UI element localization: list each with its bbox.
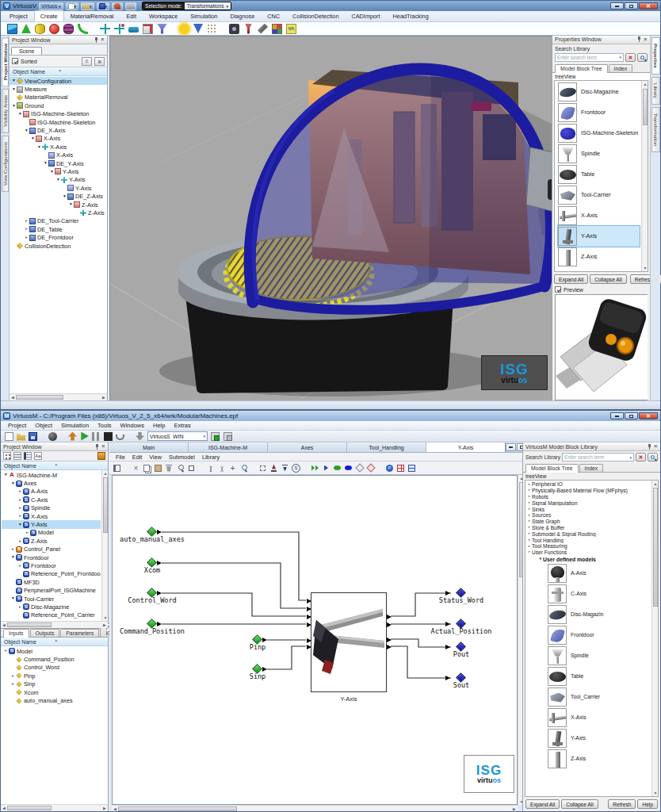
menu-item[interactable]: Tools [94,422,116,429]
expander-icon[interactable] [24,227,29,232]
expander-icon[interactable] [17,539,23,544]
expander-icon[interactable] [17,564,23,569]
tree-row[interactable]: Y-Axis [2,520,101,528]
view-list-icon[interactable] [13,452,21,460]
document-tab[interactable]: Main [109,442,189,452]
viewport-3d[interactable]: ISG virtuos [109,36,553,400]
library-tab[interactable]: Index [579,464,604,472]
library-model-item[interactable]: A-Axis [527,563,651,584]
tree-row[interactable]: ViewConfiguration [10,77,107,85]
ribbon-icon[interactable] [63,24,74,34]
toolbar-icon[interactable] [136,432,144,441]
vertical-scrollbar[interactable]: ▲ ▼ [651,481,658,796]
expander-icon[interactable] [17,514,23,519]
pin-icon[interactable] [94,444,100,450]
tree-row[interactable]: ISG-Machine-Skeleton [10,110,107,118]
expander-icon[interactable] [17,605,23,610]
side-tab[interactable]: Transformation [651,107,660,152]
expander-icon[interactable] [11,104,17,109]
library-category[interactable]: Submodel & Signal Routing [527,530,651,537]
vertical-scrollbar[interactable]: ▲ ▼ [641,81,648,271]
ribbon-tab[interactable]: Create [34,10,64,21]
toolbar-icon[interactable] [224,432,232,441]
model-block-item[interactable]: Z-Axis [558,247,640,267]
library-model-item[interactable]: Disc-Magazin [527,604,651,625]
tree-row[interactable]: Measure [10,85,107,93]
library-tab[interactable]: Model Block Tree [555,64,608,73]
search-button[interactable] [648,453,658,462]
diagram-tool-icon[interactable] [176,464,185,473]
tree-row[interactable]: Disc-Magazine [2,603,101,611]
side-tab[interactable]: Project Window [2,37,9,86]
refresh-button[interactable]: Refresh [608,799,636,809]
tree-row[interactable]: Reference_Point_Frontdoor [2,570,101,578]
tree-row[interactable]: Y-Axis [10,176,107,184]
diagram-tool-icon[interactable] [217,464,226,473]
expand-all-button[interactable]: Expand All [525,799,560,809]
ribbon-tab[interactable]: Project [3,10,34,21]
ribbon-icon[interactable] [114,24,124,34]
tree-row[interactable]: X-Axis [10,151,107,159]
diagram-tool-icon[interactable] [269,464,278,473]
menu-item[interactable]: Simulation [57,422,93,429]
expander-icon[interactable] [17,523,23,527]
pin-icon[interactable] [636,36,642,42]
ribbon-icon[interactable] [179,24,189,34]
model-block-item[interactable]: X-Axis [558,205,640,226]
diagram-canvas[interactable]: auto_manual_axes Xcom Control_Word [112,475,518,805]
list-item[interactable]: Command_Position [2,655,101,663]
lock-icon[interactable] [97,452,105,460]
maximize-button[interactable] [625,2,638,10]
y-axis-block[interactable]: Y-Axis [311,592,387,692]
library-tab[interactable]: Model Block Tree [525,464,579,473]
model-block-item[interactable]: Spindle [558,144,640,164]
sorted-checkbox[interactable] [12,58,18,64]
diagram-tool-icon[interactable] [355,464,364,473]
vertical-scrollbar[interactable]: ▲ ▼ [101,470,108,621]
tree-row[interactable]: Control_Panel [2,546,101,553]
expander-icon[interactable] [10,596,16,601]
expander-icon[interactable] [3,473,9,477]
expander-icon[interactable] [17,498,23,503]
tree-row[interactable]: Frontdoor [2,553,101,561]
search-input[interactable]: Enter search term ▾ [562,453,634,462]
document-tab[interactable]: Axes [268,442,347,452]
menu-item[interactable]: Extras [170,422,194,429]
close-button[interactable]: ✕ [639,412,658,419]
ribbon-icon[interactable] [100,24,110,34]
diagram-tool-icon[interactable] [281,464,289,473]
tree-row[interactable]: Y-Axis [10,167,107,175]
ribbon-icon[interactable] [258,24,268,34]
tree-row[interactable]: ISG-Machine-M [2,471,101,479]
save-button[interactable]: ▾ [97,2,110,10]
search-button[interactable] [637,53,648,62]
library-category[interactable]: User Functions [527,550,651,556]
diagram-tool-icon[interactable] [143,464,151,473]
side-tab[interactable]: View Configurations [2,136,9,192]
ribbon-icon[interactable] [272,24,282,34]
library-category[interactable]: Physically-Based Material Flow (MFphys) [527,488,651,494]
list-item[interactable]: Control_Word [2,664,101,672]
horizontal-scrollbar[interactable]: ◀▶ [10,393,107,400]
tree-row[interactable]: CollisionDetection [10,242,107,250]
menu-item[interactable]: Edit [129,454,146,461]
tree-row[interactable]: Ground [10,102,107,109]
library-category[interactable]: State Graph [527,519,651,525]
ribbon-tab[interactable]: MaterialRemoval [64,10,120,21]
tree-row[interactable]: DE_Frontdoor [10,233,107,241]
library-model-item[interactable]: Spindle [527,645,651,666]
ribbon-icon[interactable] [243,24,254,34]
pin-icon[interactable] [94,37,99,43]
diagram-tool-icon[interactable] [239,464,248,473]
toolbar-icon[interactable] [17,432,25,441]
view-grid-icon[interactable] [3,452,11,460]
document-tab[interactable]: ISG-Machine-M [189,442,268,452]
expander-icon[interactable] [10,674,16,679]
horizontal-scrollbar[interactable]: ◀▶ [1,804,108,811]
output-port[interactable]: Status_Word [456,588,467,599]
input-port[interactable]: Control_Word [147,588,158,599]
tree-row[interactable]: X-Axis [10,143,107,151]
close-icon[interactable]: ✕ [101,444,105,450]
redo-button[interactable] [125,2,136,10]
tree-row[interactable]: MaterialRemoval [10,94,107,102]
